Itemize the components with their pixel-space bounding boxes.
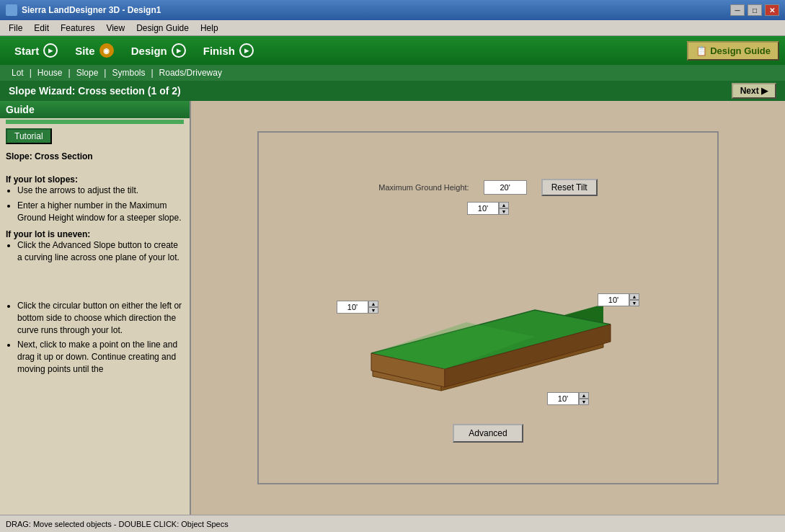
bottom-spinner: ▲ ▼ bbox=[547, 392, 589, 405]
right-spinner-buttons: ▲ ▼ bbox=[629, 293, 639, 306]
sub-nav: Lot | House | Slope | Symbols | Roads/Dr… bbox=[0, 65, 785, 81]
right-spinner-up[interactable]: ▲ bbox=[629, 293, 639, 300]
section-title: Slope: Cross Section bbox=[6, 151, 184, 161]
nav-design[interactable]: Design ▶ bbox=[123, 37, 195, 63]
nav-finish[interactable]: Finish ▶ bbox=[195, 37, 262, 63]
sub-nav-roads[interactable]: Roads/Driveway bbox=[154, 68, 228, 78]
minimize-button[interactable]: ─ bbox=[730, 4, 745, 16]
heading2: If your lot is uneven: bbox=[6, 229, 184, 239]
start-label: Start bbox=[14, 45, 39, 57]
menu-view[interactable]: View bbox=[100, 22, 130, 35]
top-spinner-input[interactable] bbox=[467, 202, 499, 215]
guide-content: Slope: Cross Section If your lot slopes:… bbox=[0, 147, 190, 515]
guide-green-bar bbox=[6, 120, 184, 124]
start-icon: ▶ bbox=[43, 43, 58, 58]
bottom-spinner-up[interactable]: ▲ bbox=[579, 392, 589, 399]
heading1: If your lot slopes: bbox=[6, 174, 184, 185]
window-title: Sierra LandDesigner 3D - Design1 bbox=[22, 5, 161, 15]
finish-label: Finish bbox=[203, 45, 235, 57]
nav-toolbar: Start ▶ Site ◉ Design ▶ Finish ▶ 📋 Desig… bbox=[0, 36, 785, 65]
design-guide-icon: 📋 bbox=[696, 45, 707, 56]
wizard-header: Slope Wizard: Cross section (1 of 2) Nex… bbox=[0, 81, 785, 101]
menu-help[interactable]: Help bbox=[195, 22, 224, 35]
top-spinner-buttons: ▲ ▼ bbox=[499, 202, 509, 215]
nav-site[interactable]: Site ◉ bbox=[66, 37, 123, 63]
guide-label: Guide bbox=[6, 104, 35, 115]
sub-nav-slope[interactable]: Slope bbox=[71, 68, 105, 78]
canvas-area: Maximum Ground Height: Reset Tilt ▲ ▼ bbox=[191, 101, 785, 515]
menu-design-guide[interactable]: Design Guide bbox=[130, 22, 195, 35]
guide-bullet-4: Click the circular button on either the … bbox=[17, 300, 184, 336]
lot-svg bbox=[329, 225, 647, 412]
left-spinner-input[interactable] bbox=[337, 301, 368, 314]
max-height-label: Maximum Ground Height: bbox=[378, 183, 469, 192]
design-icon: ▶ bbox=[172, 43, 186, 58]
nav-start[interactable]: Start ▶ bbox=[6, 37, 66, 63]
menu-edit[interactable]: Edit bbox=[28, 22, 55, 35]
finish-icon: ▶ bbox=[239, 43, 254, 58]
tutorial-button[interactable]: Tutorial bbox=[6, 128, 52, 144]
guide-bullet-1: Use the arrows to adjust the tilt. bbox=[17, 185, 184, 197]
top-spinner: ▲ ▼ bbox=[467, 202, 509, 215]
left-spinner-up[interactable]: ▲ bbox=[368, 301, 378, 307]
guide-list-1: Use the arrows to adjust the tilt. Enter… bbox=[17, 185, 184, 223]
reset-tilt-button[interactable]: Reset Tilt bbox=[541, 179, 598, 196]
bottom-spinner-input[interactable] bbox=[547, 392, 579, 405]
status-text: DRAG: Move selected objects - DOUBLE CLI… bbox=[6, 520, 229, 528]
maximize-button[interactable]: □ bbox=[748, 4, 762, 16]
guide-bullet-5: Next, click to make a point on the line … bbox=[17, 339, 184, 375]
max-height-input[interactable] bbox=[484, 180, 527, 195]
guide-bullet-3: Click the Advanced Slope button to creat… bbox=[17, 239, 184, 264]
main-content: Guide Tutorial Slope: Cross Section If y… bbox=[0, 101, 785, 515]
status-bar: DRAG: Move selected objects - DOUBLE CLI… bbox=[0, 515, 785, 532]
design-guide-button[interactable]: 📋 Design Guide bbox=[687, 41, 779, 61]
canvas-box: Maximum Ground Height: Reset Tilt ▲ ▼ bbox=[257, 131, 719, 484]
window-controls: ─ □ ✕ bbox=[730, 4, 779, 16]
top-spinner-row: ▲ ▼ bbox=[467, 202, 509, 215]
site-label: Site bbox=[75, 45, 95, 57]
wizard-title: Slope Wizard: Cross section (1 of 2) bbox=[9, 85, 181, 97]
next-button[interactable]: Next ▶ bbox=[732, 83, 776, 99]
title-bar: Sierra LandDesigner 3D - Design1 ─ □ ✕ bbox=[0, 0, 785, 20]
advanced-button[interactable]: Advanced bbox=[453, 424, 523, 443]
guide-list-2: Click the Advanced Slope button to creat… bbox=[17, 239, 184, 264]
top-controls: Maximum Ground Height: Reset Tilt bbox=[259, 173, 717, 202]
left-spinner: ▲ ▼ bbox=[337, 301, 378, 314]
bottom-spinner-down[interactable]: ▼ bbox=[579, 399, 589, 405]
design-label: Design bbox=[131, 45, 167, 57]
menu-bar: File Edit Features View Design Guide Hel… bbox=[0, 20, 785, 36]
menu-file[interactable]: File bbox=[3, 22, 28, 35]
right-spinner-down[interactable]: ▼ bbox=[629, 300, 639, 306]
sidebar: Guide Tutorial Slope: Cross Section If y… bbox=[0, 101, 191, 515]
site-icon: ◉ bbox=[99, 43, 114, 58]
close-button[interactable]: ✕ bbox=[765, 4, 779, 16]
right-spinner: ▲ ▼ bbox=[598, 293, 639, 306]
design-guide-label: Design Guide bbox=[710, 45, 771, 56]
sub-nav-house[interactable]: House bbox=[32, 68, 68, 78]
app-icon bbox=[6, 4, 17, 16]
top-spinner-down[interactable]: ▼ bbox=[499, 208, 509, 215]
right-spinner-input[interactable] bbox=[598, 293, 629, 306]
lot-visual: ▲ ▼ ▲ ▼ ▲ ▼ bbox=[329, 225, 647, 412]
guide-tab-bar: Tutorial bbox=[0, 125, 190, 147]
guide-list-3: Click the circular button on either the … bbox=[17, 300, 184, 376]
guide-bullet-2: Enter a higher number in the Maximum Gro… bbox=[17, 200, 184, 224]
menu-features[interactable]: Features bbox=[55, 22, 100, 35]
bottom-spinner-buttons: ▲ ▼ bbox=[579, 392, 589, 405]
guide-header: Guide bbox=[0, 101, 190, 118]
top-spinner-up[interactable]: ▲ bbox=[499, 202, 509, 208]
left-spinner-buttons: ▲ ▼ bbox=[368, 301, 378, 314]
left-spinner-down[interactable]: ▼ bbox=[368, 307, 378, 314]
sub-nav-symbols[interactable]: Symbols bbox=[106, 68, 151, 78]
sub-nav-lot[interactable]: Lot bbox=[6, 68, 30, 78]
